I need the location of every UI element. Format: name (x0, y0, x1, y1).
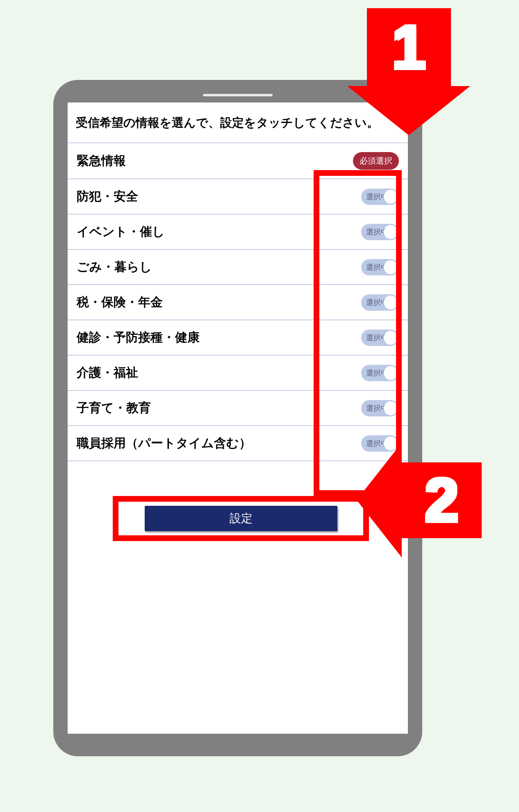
callout-number-2: 2 (425, 465, 459, 536)
required-badge: 必須選択 (353, 152, 399, 170)
callout-arrow-2: 2 (357, 443, 482, 557)
category-row: イベント・催し選択中 (68, 214, 408, 249)
category-label: 職員採用（パートタイム含む） (77, 435, 251, 452)
callout-number-1: 1 (392, 12, 426, 83)
category-label: 健診・予防接種・健康 (77, 329, 200, 346)
category-label: 緊急情報 (77, 152, 126, 169)
selection-toggle[interactable]: 選択中 (361, 365, 399, 381)
selection-toggle[interactable]: 選択中 (361, 224, 399, 240)
category-row: ごみ・暮らし選択中 (68, 249, 408, 284)
category-row: 子育て・教育選択中 (68, 390, 408, 425)
toggle-knob (384, 331, 398, 345)
category-label: 防犯・安全 (77, 188, 138, 205)
category-row: 介護・福祉選択中 (68, 355, 408, 390)
arrow-down-icon (347, 86, 470, 135)
tablet-frame: 受信希望の情報を選んで、設定をタッチしてください。 緊急情報必須選択防犯・安全選… (53, 80, 422, 756)
speaker-slot (203, 94, 273, 96)
category-label: 税・保険・年金 (77, 294, 163, 311)
toggle-knob (384, 190, 398, 204)
toggle-knob (384, 260, 398, 274)
app-screen: 受信希望の情報を選んで、設定をタッチしてください。 緊急情報必須選択防犯・安全選… (68, 102, 408, 734)
toggle-knob (384, 366, 398, 380)
callout-arrow-1: 1 (367, 8, 470, 135)
selection-toggle[interactable]: 選択中 (361, 189, 399, 205)
category-row: 健診・予防接種・健康選択中 (68, 320, 408, 355)
selection-toggle[interactable]: 選択中 (361, 294, 399, 311)
selection-toggle[interactable]: 選択中 (361, 330, 399, 346)
category-label: 介護・福祉 (77, 364, 138, 381)
category-row: 緊急情報必須選択 (68, 143, 408, 179)
category-label: 子育て・教育 (77, 400, 151, 416)
category-label: イベント・催し (77, 223, 165, 240)
toggle-knob (384, 225, 398, 239)
category-row: 防犯・安全選択中 (68, 179, 408, 214)
category-label: ごみ・暮らし (77, 259, 152, 275)
arrow-left-icon (357, 443, 402, 557)
category-row: 税・保険・年金選択中 (68, 284, 408, 320)
selection-toggle[interactable]: 選択中 (361, 259, 399, 275)
selection-toggle[interactable]: 選択中 (361, 400, 399, 416)
toggle-knob (384, 401, 398, 415)
toggle-knob (384, 296, 398, 309)
callout-highlight-submit: 設定 (113, 496, 369, 541)
submit-button[interactable]: 設定 (145, 506, 337, 531)
